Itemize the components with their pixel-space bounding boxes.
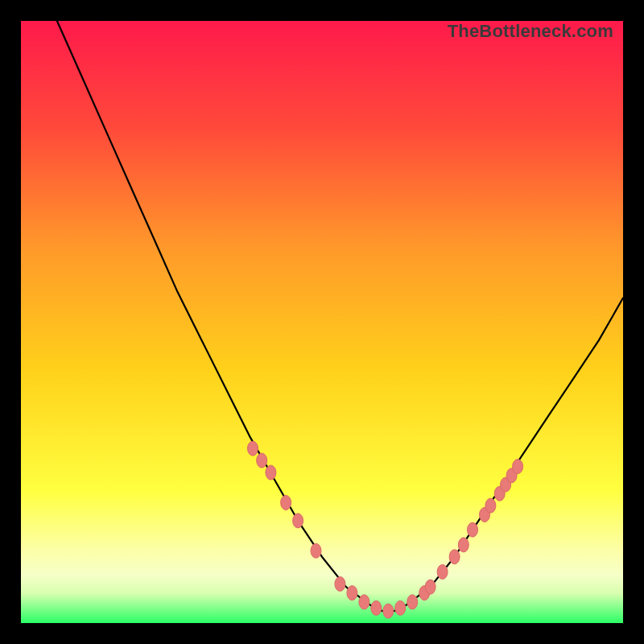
marker-dot: [407, 595, 418, 609]
marker-dot: [383, 604, 394, 618]
marker-dot: [425, 580, 436, 594]
chart-svg: [21, 21, 623, 623]
marker-dot: [458, 538, 469, 552]
plot-area: TheBottleneck.com: [21, 21, 623, 623]
marker-dot: [437, 564, 448, 579]
marker-dot: [468, 522, 478, 537]
marker-dot: [248, 441, 258, 456]
marker-dot: [281, 495, 291, 510]
marker-dot: [257, 453, 267, 468]
marker-dot: [395, 601, 406, 615]
bottleneck-curve: [57, 21, 623, 611]
marker-dot: [335, 576, 345, 591]
marker-dot: [347, 586, 357, 601]
marker-group: [248, 441, 523, 618]
marker-dot: [485, 498, 496, 513]
marker-dot: [449, 550, 460, 564]
marker-dot: [266, 465, 276, 480]
chart-frame: TheBottleneck.com: [13, 13, 631, 631]
marker-dot: [371, 601, 382, 615]
marker-dot: [513, 460, 523, 474]
marker-dot: [359, 595, 369, 609]
marker-dot: [293, 514, 303, 528]
marker-dot: [311, 543, 321, 558]
